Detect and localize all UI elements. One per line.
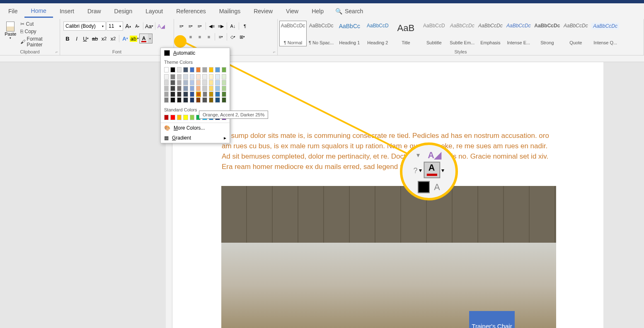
line-spacing-button[interactable]: ≡▾ (217, 33, 225, 41)
show-marks-button[interactable]: ¶ (241, 22, 249, 30)
paste-button[interactable]: Paste ▾ (3, 21, 18, 46)
font-color-button[interactable]: A ▾ (139, 34, 153, 43)
style-subtle-em-[interactable]: AaBbCcDcSubtle Em... (448, 21, 476, 46)
text-effects-button[interactable]: A▾ (121, 34, 129, 43)
grow-font-button[interactable]: A▴ (124, 22, 132, 30)
multilevel-button[interactable]: ≡▾ (196, 22, 204, 30)
automatic-label-rest: utomatic (177, 50, 195, 55)
styles-group: AaBbCcDc¶ NormalAaBbCcDc¶ No Spac...AaBb… (278, 19, 644, 55)
style--normal[interactable]: AaBbCcDc¶ Normal (279, 21, 307, 46)
clipboard-launcher[interactable]: ⌐ (56, 50, 58, 54)
underline-button[interactable]: U▾ (82, 34, 90, 43)
tab-design[interactable]: Design (108, 5, 139, 17)
change-case-button[interactable]: Aa▾ (145, 22, 153, 30)
tab-insert[interactable]: Insert (53, 5, 81, 17)
brush-icon: 🖌 (20, 39, 25, 45)
search-icon: 🔍 (335, 8, 342, 14)
borders-button[interactable]: ⊞▾ (238, 33, 246, 41)
tab-draw[interactable]: Draw (81, 5, 108, 17)
style-intense-e-[interactable]: AaBbCcDcIntense E... (505, 21, 532, 46)
numbering-button[interactable]: ≡▾ (186, 22, 195, 30)
chevron-down-icon: ▾ (10, 36, 11, 40)
clipboard-group: Paste ▾ ✂Cut ⎘Copy 🖌Format Painter Clipb… (0, 19, 60, 55)
paste-icon (6, 22, 15, 31)
copy-label: Copy (25, 29, 36, 34)
font-label: Font (60, 49, 174, 54)
copy-icon: ⎘ (20, 29, 23, 34)
paragraph-launcher[interactable]: ⌐ (273, 50, 276, 54)
tab-view[interactable]: View (279, 5, 305, 17)
italic-button[interactable]: I (73, 34, 81, 43)
font-size-value: 11 (109, 23, 114, 29)
shading-button[interactable]: ◇▾ (229, 33, 237, 41)
cut-button[interactable]: ✂Cut (19, 21, 56, 27)
strikethrough-button[interactable]: ab (91, 34, 99, 43)
title-bar (0, 0, 644, 3)
paste-label: Paste (5, 31, 16, 36)
align-center-button[interactable]: ≡ (186, 33, 195, 41)
justify-button[interactable]: ≡ (205, 33, 213, 41)
bullets-button[interactable]: ≡▾ (177, 22, 186, 30)
annotation-highlight-source (174, 35, 186, 48)
tab-home[interactable]: Home (24, 5, 53, 18)
decrease-indent-button[interactable]: ◀≡ (208, 22, 216, 30)
automatic-color-item[interactable]: Automatic (161, 48, 230, 55)
format-painter-button[interactable]: 🖌Format Painter (19, 36, 56, 48)
subscript-button[interactable]: x2 (100, 34, 108, 43)
font-size-select[interactable]: 11▾ (107, 22, 123, 31)
ribbon: Paste ▾ ✂Cut ⎘Copy 🖌Format Painter Clipb… (0, 19, 644, 55)
clear-format-button[interactable]: A◢ (157, 22, 165, 30)
scissors-icon: ✂ (20, 21, 24, 27)
ribbon-tabs: File Home Insert Draw Design Layout Refe… (0, 3, 644, 19)
style-subtitle[interactable]: AaBbCcDSubtitle (420, 21, 448, 46)
style-quote[interactable]: AaBbCcDcQuote (562, 21, 589, 46)
style-intense-q-[interactable]: AaBbCcDcIntense Q... (590, 21, 620, 46)
format-painter-label: Format Painter (27, 36, 56, 48)
shrink-font-button[interactable]: A▾ (133, 22, 141, 30)
copy-button[interactable]: ⎘Copy (19, 28, 56, 35)
sort-button[interactable]: A↓ (229, 22, 237, 30)
tab-review[interactable]: Review (247, 5, 279, 17)
style--no-spac-[interactable]: AaBbCcDc¶ No Spac... (307, 21, 335, 46)
font-color-dropdown-arrow[interactable]: ▾ (148, 34, 152, 43)
tab-help[interactable]: Help (305, 5, 330, 17)
styles-label: Styles (278, 49, 644, 54)
style-strong[interactable]: AaBbCcDcStrong (533, 21, 561, 46)
bold-button[interactable]: B (63, 34, 72, 43)
tab-layout[interactable]: Layout (139, 5, 169, 17)
superscript-button[interactable]: x2 (109, 34, 117, 43)
font-group: Calibri (Body)▾ 11▾ A▴ A▾ Aa▾ A◢ B I U▾ … (60, 19, 174, 55)
font-name-select[interactable]: Calibri (Body)▾ (63, 22, 106, 31)
highlight-button[interactable]: ab▾ (130, 34, 138, 43)
increase-indent-button[interactable]: ≡▶ (217, 22, 225, 30)
style-emphasis[interactable]: AaBbCcDcEmphasis (477, 21, 504, 46)
style-title[interactable]: AaBTitle (392, 21, 419, 46)
clipboard-label: Clipboard (0, 49, 60, 54)
font-color-dropdown: Automatic Theme Colors Standard Colors 🎨… (160, 48, 230, 55)
automatic-swatch (164, 50, 170, 55)
tab-file[interactable]: File (2, 5, 24, 17)
automatic-label: A (173, 50, 177, 55)
tab-mailings[interactable]: Mailings (213, 5, 247, 17)
align-right-button[interactable]: ≡ (196, 33, 204, 41)
style-heading-2[interactable]: AaBbCcDHeading 2 (364, 21, 391, 46)
tab-references[interactable]: References (169, 5, 213, 17)
font-name-value: Calibri (Body) (65, 23, 96, 29)
style-heading-1[interactable]: AaBbCcHeading 1 (336, 21, 363, 46)
cut-label: Cut (26, 21, 34, 27)
search-label: Search (345, 8, 363, 14)
search-box[interactable]: 🔍 Search (330, 5, 368, 17)
